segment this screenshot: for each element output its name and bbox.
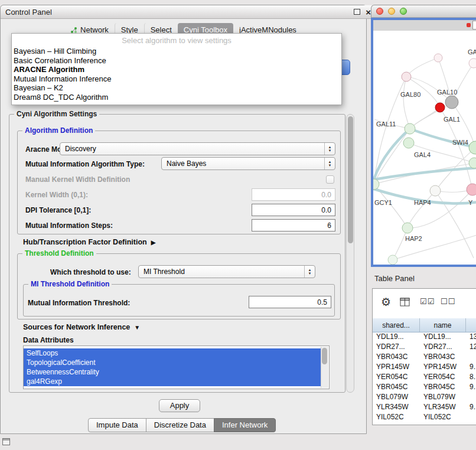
node-label: GAL80 bbox=[400, 91, 420, 98]
network-node-red[interactable] bbox=[435, 103, 445, 112]
mi-steps-field[interactable]: 6 bbox=[252, 219, 335, 231]
list-item-selected[interactable]: BetweennessCentrality bbox=[24, 367, 321, 377]
column-header-cropped[interactable] bbox=[466, 318, 476, 332]
network-node-gcy1[interactable] bbox=[373, 179, 379, 190]
table-row[interactable]: YBL079W YBL079W bbox=[373, 392, 476, 402]
combo-stepper-icon: ▲▼ bbox=[324, 143, 335, 155]
data-attributes-list[interactable]: SelfLoops TopologicalCoefficient Between… bbox=[23, 345, 330, 389]
network-node[interactable] bbox=[469, 158, 476, 168]
close-icon[interactable]: × bbox=[366, 8, 371, 17]
tab-infer-network[interactable]: Infer Network bbox=[214, 418, 276, 432]
list-scrollbar[interactable] bbox=[321, 347, 328, 388]
table-panel-title: Table Panel bbox=[374, 274, 415, 283]
algorithm-dropdown-popup: Select algorithm to view settings Bayesi… bbox=[11, 33, 342, 105]
list-item-selected[interactable]: gal4RGexp bbox=[24, 377, 321, 386]
deselect-all-checkboxes-icon[interactable]: ☐☐ bbox=[441, 297, 455, 306]
column-header-shared-name[interactable]: shared... bbox=[373, 318, 420, 332]
network-node-pink[interactable] bbox=[467, 184, 476, 195]
network-tab-icon bbox=[70, 27, 77, 34]
network-edge bbox=[407, 190, 472, 228]
table-cell: YIL052C bbox=[373, 412, 420, 422]
scrollbar-corner-box[interactable] bbox=[472, 21, 476, 30]
manual-kernel-checkbox[interactable] bbox=[326, 175, 334, 184]
settings-scrollbar[interactable] bbox=[346, 114, 354, 393]
dpi-tolerance-field[interactable]: 0.0 bbox=[252, 204, 335, 216]
tab-discretize-data[interactable]: Discretize Data bbox=[146, 418, 214, 432]
column-browser-icon[interactable] bbox=[400, 298, 410, 309]
minimize-traffic-light-icon[interactable] bbox=[388, 8, 395, 15]
network-node-gal11[interactable] bbox=[405, 123, 415, 134]
table-row[interactable]: YBR043C YBR043C bbox=[373, 352, 476, 362]
column-header-name[interactable]: name bbox=[420, 318, 466, 332]
list-item-selected[interactable]: TopologicalCoefficient bbox=[24, 358, 321, 367]
table-cell: YBL079W bbox=[373, 392, 420, 402]
table-cell: YDL19... bbox=[420, 332, 466, 342]
network-node[interactable] bbox=[388, 255, 397, 265]
dropdown-item[interactable]: Basic Correlation Inference bbox=[12, 56, 341, 66]
mi-threshold-field[interactable]: 0.5 bbox=[249, 296, 331, 308]
network-node[interactable] bbox=[469, 58, 476, 68]
mi-threshold-label: Mutual Information Threshold: bbox=[28, 299, 130, 307]
dropdown-item[interactable]: Mutual Information Inference bbox=[12, 74, 341, 84]
apply-button[interactable]: Apply bbox=[159, 399, 200, 412]
sources-section-toggle[interactable]: Sources for Network Inference ▼ bbox=[23, 323, 140, 331]
table-row[interactable]: YDL19... YDL19... 13 bbox=[373, 332, 476, 342]
control-panel-titlebar[interactable]: Control Panel × bbox=[1, 5, 376, 19]
dropdown-prompt: Select algorithm to view settings bbox=[12, 34, 341, 47]
table-row[interactable]: YER054C YER054C 8. bbox=[373, 372, 476, 382]
network-node[interactable] bbox=[434, 54, 442, 62]
aracne-mode-combo[interactable]: Discovery ▲▼ bbox=[60, 142, 335, 155]
sources-section-label: Sources for Network Inference bbox=[23, 323, 130, 331]
table-row[interactable]: YIL052C YIL052C bbox=[373, 412, 476, 422]
table-cell: YER054C bbox=[373, 372, 420, 382]
hub-section-label: Hub/Transcription Factor Definition bbox=[23, 238, 147, 246]
group-title: MI Threshold Definition bbox=[28, 280, 112, 288]
table-panel-toolbar: ⚙ ☑☑ ☐☐ bbox=[373, 289, 476, 319]
dpi-tolerance-label: DPI Tolerance [0,1]: bbox=[25, 206, 91, 214]
which-threshold-combo[interactable]: MI Threshold ▲▼ bbox=[138, 265, 315, 278]
select-all-checkboxes-icon[interactable]: ☑☑ bbox=[420, 297, 435, 306]
dropdown-item[interactable]: Bayesian – K2 bbox=[12, 83, 341, 93]
gear-icon[interactable]: ⚙ bbox=[381, 295, 391, 309]
titlebar-buttons: × bbox=[354, 8, 371, 17]
close-traffic-light-icon[interactable] bbox=[376, 8, 383, 15]
tab-impute-data[interactable]: Impute Data bbox=[88, 418, 146, 432]
table-cell bbox=[466, 352, 476, 362]
dropdown-item[interactable]: Dream8 DC_TDC Algorithm bbox=[12, 93, 341, 102]
table-row[interactable]: YDR27... YDR27... 12 bbox=[373, 342, 476, 352]
network-node-hap2[interactable] bbox=[402, 223, 413, 233]
table-cell: YLR345W bbox=[420, 402, 466, 412]
kernel-width-label: Kernel Width (0,1): bbox=[25, 191, 88, 199]
network-node-gal4[interactable] bbox=[403, 138, 414, 148]
docked-panel-icon[interactable] bbox=[2, 438, 10, 445]
mi-type-combo[interactable]: Naive Bayes ▲▼ bbox=[161, 157, 335, 170]
float-window-icon[interactable] bbox=[354, 9, 360, 15]
hub-section-toggle[interactable]: Hub/Transcription Factor Definition ▶ bbox=[23, 238, 155, 246]
list-scrollbar-thumb[interactable] bbox=[322, 348, 327, 364]
node-label: GAL bbox=[468, 48, 476, 56]
node-label: HAP2 bbox=[405, 235, 422, 242]
network-canvas[interactable]: GAL80 GAL10 GAL11 GAL1 SWI4 GAL4 GCY1 HA… bbox=[373, 31, 476, 265]
network-window-titlebar[interactable] bbox=[371, 5, 476, 18]
zoom-traffic-light-icon[interactable] bbox=[400, 8, 407, 15]
node-label: HAP4 bbox=[414, 199, 431, 206]
network-node[interactable] bbox=[402, 72, 411, 81]
kernel-width-field[interactable]: 0.0 bbox=[252, 188, 335, 201]
table-cell bbox=[466, 392, 476, 402]
network-node-hap4[interactable] bbox=[430, 185, 441, 196]
network-view-window: GAL80 GAL10 GAL11 GAL1 SWI4 GAL4 GCY1 HA… bbox=[371, 5, 476, 267]
network-node-gal10[interactable] bbox=[445, 96, 458, 109]
network-edge bbox=[406, 58, 438, 77]
toolbar-red-indicator-icon bbox=[467, 23, 471, 27]
table-row[interactable]: YBR045C YBR045C 9. bbox=[373, 382, 476, 392]
table-row[interactable]: YPR145W YPR145W 9. bbox=[373, 362, 476, 372]
table-row[interactable]: YLR345W YLR345W 9. bbox=[373, 402, 476, 412]
dropdown-item[interactable]: Bayesian – Hill Climbing bbox=[12, 47, 341, 56]
settings-scrollbar-thumb[interactable] bbox=[348, 116, 353, 243]
table-body[interactable]: YDL19... YDL19... 13 YDR27... YDR27... 1… bbox=[373, 332, 476, 425]
mi-steps-label: Mutual Information Steps: bbox=[25, 221, 113, 230]
node-label: Y bbox=[468, 199, 473, 206]
dropdown-item-highlighted[interactable]: ARACNE Algorithm bbox=[12, 65, 341, 74]
list-item-selected[interactable]: SelfLoops bbox=[24, 348, 321, 358]
table-cell: 9. bbox=[466, 362, 476, 372]
